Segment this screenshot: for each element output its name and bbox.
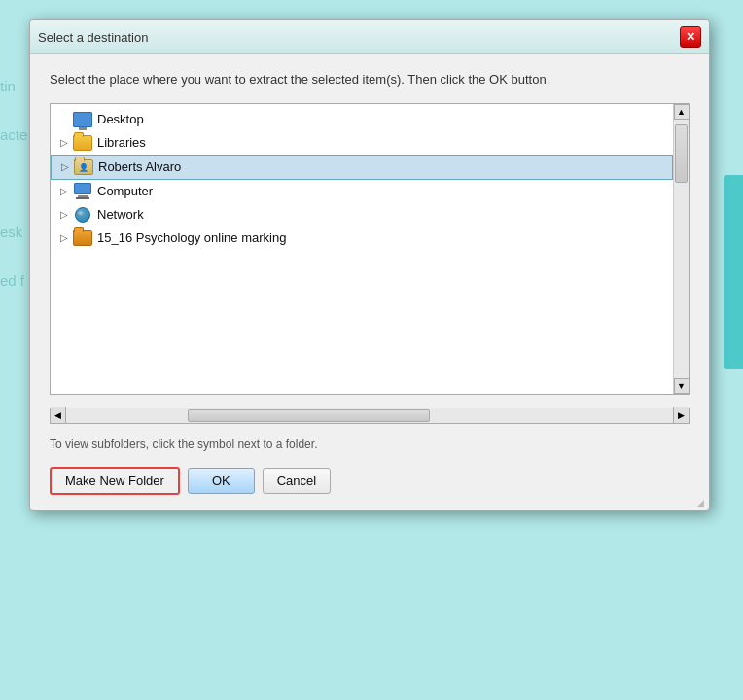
dialog-body: Select the place where you want to extra…: [30, 54, 709, 510]
tree-item-libraries-label: Libraries: [97, 135, 146, 150]
expand-arrow-libraries[interactable]: ▷: [56, 135, 72, 151]
close-button[interactable]: ✕: [680, 26, 701, 48]
h-scroll-right-button[interactable]: ▶: [673, 407, 689, 423]
expand-arrow-psychology[interactable]: ▷: [56, 230, 72, 246]
tree-item-roberts-label: Roberts Alvaro: [98, 159, 181, 174]
instruction-text: Select the place where you want to extra…: [50, 70, 690, 89]
tree-item-network-label: Network: [97, 207, 144, 222]
horizontal-scrollbar-container: ◀ ▶: [50, 408, 690, 424]
dialog-title-bar: Select a destination ✕: [30, 20, 709, 54]
scroll-thumb[interactable]: [675, 124, 688, 183]
scroll-down-button[interactable]: ▼: [674, 378, 690, 394]
bg-text-4: ed f: [0, 272, 24, 289]
computer-icon: [72, 183, 93, 200]
make-new-folder-button[interactable]: Make New Folder: [50, 467, 180, 495]
expand-arrow-roberts[interactable]: ▷: [57, 159, 73, 175]
psychology-folder-icon: [72, 229, 93, 247]
bg-right-bar: [724, 175, 743, 369]
scroll-up-button[interactable]: ▲: [674, 104, 690, 120]
subfolder-instruction: To view subfolders, click the symbol nex…: [50, 438, 690, 451]
tree-item-desktop[interactable]: ▷ Desktop: [51, 108, 673, 131]
dialog-title: Select a destination: [38, 30, 148, 45]
bg-text-1: tin: [0, 78, 16, 94]
folder-tree-container: ▷ Desktop ▷: [50, 103, 690, 395]
tree-item-network[interactable]: ▷ Network: [51, 203, 673, 227]
select-destination-dialog: Select a destination ✕ Select the place …: [29, 19, 710, 511]
tree-item-computer[interactable]: ▷ Computer: [51, 180, 673, 203]
tree-item-computer-label: Computer: [97, 184, 153, 198]
tree-list: ▷ Desktop ▷: [51, 104, 673, 254]
expand-arrow-computer[interactable]: ▷: [56, 184, 72, 199]
libraries-icon: [72, 134, 93, 152]
tree-item-psychology-label: 15_16 Psychology online marking: [97, 230, 286, 245]
desktop-icon: [72, 111, 93, 128]
ok-button[interactable]: OK: [188, 468, 255, 494]
tree-item-psychology[interactable]: ▷ 15_16 Psychology online marking: [51, 227, 673, 250]
bg-text-3: esk: [0, 224, 22, 240]
vertical-scrollbar: ▲ ▼: [673, 104, 689, 394]
cancel-button[interactable]: Cancel: [263, 468, 331, 494]
folder-tree[interactable]: ▷ Desktop ▷: [51, 104, 673, 394]
dialog-buttons: Make New Folder OK Cancel: [50, 467, 690, 495]
bg-text-2: acte: [0, 126, 27, 143]
expand-arrow-network[interactable]: ▷: [56, 207, 72, 223]
network-icon: [72, 206, 93, 224]
resize-handle[interactable]: ◢: [697, 499, 707, 508]
h-scroll-left-button[interactable]: ◀: [51, 407, 66, 423]
scroll-track[interactable]: [674, 120, 689, 378]
tree-item-libraries[interactable]: ▷ Libraries: [51, 131, 673, 155]
tree-item-desktop-label: Desktop: [97, 112, 144, 126]
h-scroll-thumb[interactable]: [188, 409, 431, 422]
roberts-alvaro-icon: 👤: [73, 158, 94, 176]
h-scroll-track[interactable]: [66, 408, 673, 423]
tree-item-roberts-alvaro[interactable]: ▷ 👤 Roberts Alvaro: [51, 155, 673, 180]
